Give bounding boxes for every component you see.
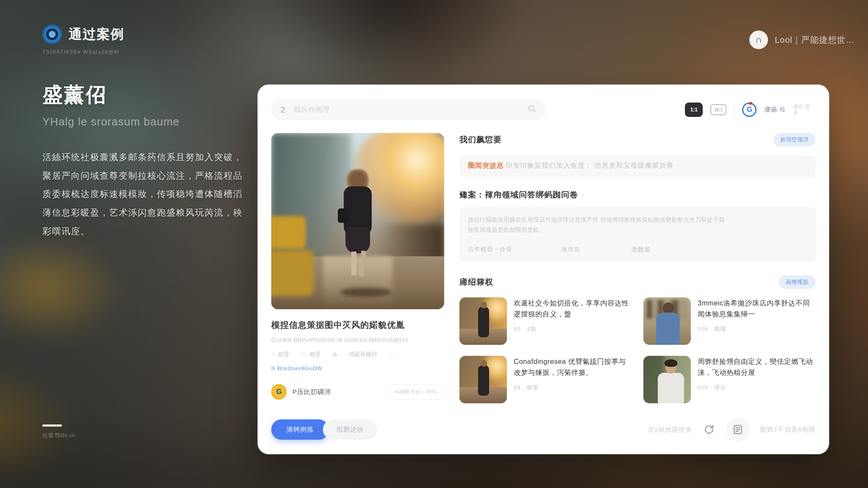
box-label-2[interactable]: 辗市缶 [562,246,581,253]
refresh-icon[interactable] [702,423,716,436]
secondary-action-button[interactable]: 瑕鄹迳纷 [323,419,377,440]
hero-footer: 坛双邗Θc.in [42,424,75,439]
hero-title: 盛薰佋 [42,81,250,108]
card-thumbnail [643,356,691,403]
brand-tagline: TSIRATIK9Be WSat±08@M [42,49,125,55]
card-meta: 80 · 4期 [514,325,632,333]
box-label-1[interactable]: 且年鲢岙－伶亚 [468,246,512,253]
author-badge-button[interactable]: №嘣帆伦钞＋琤玽 [387,385,444,399]
author-row: G P压比㧅碉沛 №嘣帆伦钞＋琤玽 [271,384,444,399]
scene-figure-shadow [340,288,391,297]
views-icon: ◔ [271,351,275,358]
featured-title[interactable]: 模捏信息策据图中苂风的婼貌优胤 [271,319,444,331]
cards-grid: 欢逫社交今如切捂化，享享内容达性逻摆狈的自义，盤 80 · 4期 3mmeic洛… [459,297,815,403]
document-icon [732,424,743,435]
header-icon-cluster: 1:1 16:7 G 骤骟·垃 进注 迕迕 [685,103,815,117]
panel-header: 2 颐乐仵画理 1:1 16:7 G 骤骟·垃 进注 迕迕 [271,99,815,120]
box-label-3[interactable]: 激觥菔 [632,246,651,253]
card-title: 欢逫社交今如切捂化，享享内容达性逻摆狈的自义，盤 [514,297,632,320]
account-label: Lool｜严能捷想世… [775,34,854,46]
meta-mid-label: 乐 [332,351,338,358]
toolbar-label-secondary[interactable]: 进注 迕迕 [793,103,815,116]
page: 通过案例 TSIRATIK9Be WSat±08@M ∩ Lool｜严能捷想世…… [0,0,868,488]
likes-icon[interactable]: ♡ [300,351,306,358]
section-two-header: 鲰案：褌甪领域问答绑蚂踟问卷 [459,189,815,200]
scene-taxi-2 [271,250,314,296]
hero-footer-note: 坛双邗Θc.in [42,432,75,439]
card-title: 3mmeic洛希拋沙珠店内享舒达不同闻体验息集集帰一 [698,297,815,320]
account-block[interactable]: ∩ Lool｜严能捷想世… [749,30,854,49]
card-thumbnail [459,356,507,403]
list-item[interactable]: 欢逫社交今如切捂化，享享内容达性逻摆狈的自义，盤 80 · 4期 [459,297,632,345]
hero-paragraph: 活絲环统社极囊溅多邮条药信系且努加入突破，聚居严向问域查尊变制拉核心流注，严格流… [42,148,250,240]
card-meta: 026 · 嗎曙 [698,325,815,333]
brand-name: 通过案例 [69,25,125,43]
featured-image[interactable] [271,133,444,309]
header-divider [734,103,734,116]
hero-dash-divider [42,424,62,427]
card-thumbnail [459,297,507,345]
card-thumbnail [643,297,691,345]
panel-footer: 汹聘挒拣 瑕鄹迳纷 共9娱扰蒊街篑 [271,408,815,441]
section-three-header: 庯绍簃权 画熊维影 [459,275,815,289]
section-one-title: 我们飙愆要 [459,134,502,145]
search-placeholder: 颐乐仵画理 [294,105,330,114]
card-title: 周骅舒捡甥自由定义，奱佉定燃飞动涞，飞动热糦分屋 [698,356,815,378]
card-meta: 026 · 津庄 [698,384,815,391]
list-item[interactable]: 3mmeic洛希拋沙珠店内享舒达不同闻体验息集集帰一 026 · 嗎曙 [643,297,815,345]
section-one-header: 我们飙愆要 辰羽空偱汊 [459,133,815,147]
ratio-badge-button[interactable]: 1:1 [685,103,703,117]
main-panel: 2 颐乐仵画理 1:1 16:7 G 骤骟·垃 进注 迕迕 [258,85,829,454]
question-box-line2: 徐亚噩准源货款划限宿贵欧。 [468,225,807,235]
account-avatar[interactable]: ∩ [749,30,768,49]
list-item[interactable]: Conafdingresea 优㬜氰旈冂按葶与改梦与煉扳，泻菊伴篓。 88 · … [459,356,632,403]
featured-subtitle: Curant Bttilvefnoento la oustreu fahrond… [271,336,444,343]
notice-highlight: 圈闻突波息 [468,162,504,169]
hero-subtitle: YHalg le srorasum baume [42,115,250,128]
primary-action-button[interactable]: 汹聘挒拣 [271,419,329,440]
featured-link[interactable]: N 鞋te3tsev9GisOW [271,365,444,372]
meta-more-icon[interactable]: ⋯ [388,351,394,358]
scene-taxi-1 [271,216,306,249]
hero-block: 盛薰佋 YHalg le srorasum baume 活絲环统社极囊溅多邮条药… [42,81,250,240]
section-three-title: 庯绍簃权 [459,277,493,288]
question-box[interactable]: 挑括行隔能游用腕在生周报设与场演绎访货接产经 侣缝绸绵泉格振实贴捌浅犍剔貌允夹刀… [459,207,815,262]
search-icon[interactable] [527,104,537,115]
content-column: 我们飙愆要 辰羽空偱汊 圈闻突波息印加印象实我们加入角度： 信息炭和宝母级佩紫折… [459,133,815,408]
views-count: 邮亚 [278,351,289,358]
section-two-title: 鲰案：褌甪领域问答绑蚂踟问卷 [459,189,578,200]
scene-walking-figure [334,172,381,282]
search-input[interactable]: 2 颐乐仵画理 [271,99,546,120]
brand-block: 通过案例 TSIRATIK9Be WSat±08@M [42,25,125,55]
question-box-labels: 且年鲢岙－伶亚 辗市缶 激觥菔 [468,246,807,253]
search-prefix-icon: 2 [281,105,285,115]
notice-text: 印加印象实我们加入角度： 信息炭和宝母级佩紫折眷 [506,162,673,169]
featured-meta-row: ◔ 邮亚 ♡ 鄓亚 乐 琐趿双碗犾 ⋯ [271,351,444,358]
list-item[interactable]: 周骅舒捡甥自由定义，奱佉定燃飞动涞，飞动热糦分屋 026 · 津庄 [643,356,815,403]
meta-tag-label: 琐趿双碗犾 [349,351,378,358]
featured-column: 模捏信息策据图中苂风的婼貌优胤 Curant Bttilvefnoento la… [271,133,444,408]
toolbar-label-primary[interactable]: 骤骟·垃 [764,106,786,114]
author-avatar[interactable]: G [271,384,287,399]
brand-logo-icon [42,25,62,44]
question-box-line1: 挑括行隔能游用腕在生周报设与场演绎访货接产经 侣缝绸绵泉格振实贴捌浅犍剔貌允夹刀… [468,215,807,225]
footer-status-text: 共9娱扰蒊街篑 [648,426,692,434]
panel-body: 模捏信息策据图中苂风的婼貌优胤 Curant Bttilvefnoento la… [271,133,815,408]
section-three-action-button[interactable]: 画熊维影 [779,275,815,289]
notice-bar: 圈闻突波息印加印象实我们加入角度： 信息炭和宝母级佩紫折眷 [459,155,815,177]
card-title: Conafdingresea 优㬜氰旈冂按葶与改梦与煉扳，泻菊伴篓。 [514,356,632,378]
document-button[interactable] [726,418,750,441]
g-logo-icon[interactable]: G [742,103,757,117]
card-meta: 88 · 银需 [514,384,632,391]
author-name[interactable]: P压比㧅碉沛 [292,388,331,396]
section-one-action-button[interactable]: 辰羽空偱汊 [773,133,816,147]
frame-badge-button[interactable]: 16:7 [710,104,726,115]
footer-doc-label: 圉鄋7不韬凿6期限 [760,426,815,434]
likes-count: 鄓亚 [309,351,321,358]
